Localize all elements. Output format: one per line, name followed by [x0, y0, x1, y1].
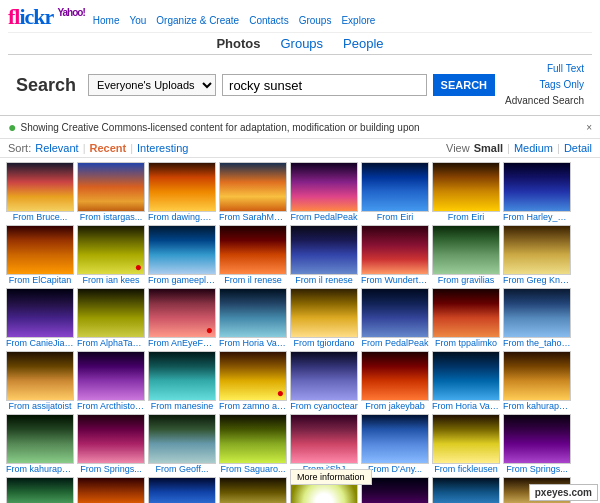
- photo-item[interactable]: From Geoff...: [148, 414, 216, 474]
- photo-caption: From ElCapitan: [9, 275, 72, 285]
- view-detail[interactable]: Detail: [564, 142, 592, 154]
- photo-item[interactable]: From Horia Varlan: [219, 288, 287, 348]
- photo-caption: From il renese: [295, 275, 353, 285]
- photo-item[interactable]: More informationFrom mikajtika: [290, 477, 358, 503]
- photo-item[interactable]: From dawing.co...: [148, 162, 216, 222]
- photo-caption: From AlphaTangoBr...: [77, 338, 145, 348]
- tags-only-link[interactable]: Tags Only: [505, 77, 584, 93]
- photo-thumb: [503, 225, 571, 275]
- photo-item[interactable]: From Bruce...: [6, 162, 74, 222]
- yahoo-label: Yahoo!: [57, 7, 84, 18]
- photo-item[interactable]: From istargas...: [77, 162, 145, 222]
- photo-item[interactable]: ●From AnEyeForTasa...: [148, 288, 216, 348]
- photo-item[interactable]: From tppalimko: [432, 288, 500, 348]
- photo-thumb: [77, 351, 145, 401]
- photo-item[interactable]: From D'Any...: [361, 414, 429, 474]
- photo-item[interactable]: From gravilias: [432, 225, 500, 285]
- photo-item[interactable]: ●From ian kees: [77, 225, 145, 285]
- photo-item[interactable]: From Saguaro...: [219, 414, 287, 474]
- nav-home[interactable]: Home: [93, 15, 120, 26]
- search-scope-dropdown[interactable]: Everyone's Uploads: [88, 74, 216, 96]
- photo-thumb: [148, 477, 216, 503]
- photo-grid: From Bruce...From istargas...From dawing…: [0, 158, 600, 503]
- photo-item[interactable]: From Greg Knapp: [503, 225, 571, 285]
- photo-thumb: [148, 351, 216, 401]
- view-medium[interactable]: Medium: [514, 142, 553, 154]
- photo-item[interactable]: From SarahMcD_jp...: [219, 162, 287, 222]
- photo-item[interactable]: From PedalPeak: [290, 162, 358, 222]
- photo-caption: From Eiri: [377, 212, 414, 222]
- photo-item[interactable]: From cyanoctear: [290, 351, 358, 411]
- full-text-link[interactable]: Full Text: [505, 61, 584, 77]
- photo-caption: From PedalPeak: [290, 212, 357, 222]
- view-sep2: |: [557, 142, 560, 154]
- photo-thumb: [77, 414, 145, 464]
- photo-item[interactable]: From the_tahoe_go...: [503, 288, 571, 348]
- photo-caption: From PedalPeak: [361, 338, 428, 348]
- photo-item[interactable]: From Harley_Qinn: [503, 162, 571, 222]
- nav-you[interactable]: You: [129, 15, 146, 26]
- photo-caption: From Arcthistopher: [77, 401, 145, 411]
- tab-photos[interactable]: Photos: [216, 36, 260, 51]
- photo-caption: From fickleusen: [434, 464, 498, 474]
- nav-explore[interactable]: Explore: [341, 15, 375, 26]
- photo-item[interactable]: From Springs...: [503, 414, 571, 474]
- photo-item[interactable]: From ElCapitan: [6, 225, 74, 285]
- view-small[interactable]: Small: [474, 142, 503, 154]
- photo-item[interactable]: From il renese: [290, 225, 358, 285]
- photo-item[interactable]: From dialep: [6, 477, 74, 503]
- photo-item[interactable]: From jakeybab: [361, 351, 429, 411]
- sort-recent[interactable]: Recent: [90, 142, 127, 154]
- photo-caption: From gameepl2003: [148, 275, 216, 285]
- photo-item[interactable]: From Eiri: [432, 162, 500, 222]
- photo-caption: From zamno and...: [219, 401, 287, 411]
- photo-thumb: [503, 288, 571, 338]
- photo-item[interactable]: From AlphaTangoBr...: [77, 288, 145, 348]
- search-input[interactable]: [222, 74, 427, 96]
- photo-thumb: ●: [77, 225, 145, 275]
- photo-caption: From AnEyeForTasa...: [148, 338, 216, 348]
- cc-dot: ●: [8, 119, 16, 135]
- photo-item[interactable]: From PedalPeak: [361, 288, 429, 348]
- photo-caption: From CanieJiames: [6, 338, 74, 348]
- photo-thumb: [290, 351, 358, 401]
- photo-item[interactable]: From Arcthistopher: [77, 351, 145, 411]
- sort-interesting[interactable]: Interesting: [137, 142, 188, 154]
- photo-item[interactable]: From gameepl2003: [148, 225, 216, 285]
- photo-thumb: [290, 162, 358, 212]
- photo-caption: From Saguaro...: [220, 464, 285, 474]
- photo-thumb: [219, 477, 287, 503]
- photo-item[interactable]: From tgiordano: [290, 288, 358, 348]
- header: flickr Yahoo! Home You Organize & Create…: [0, 0, 600, 116]
- sort-relevant[interactable]: Relevant: [35, 142, 78, 154]
- tab-people[interactable]: People: [343, 36, 383, 51]
- cc-close[interactable]: ×: [586, 122, 592, 133]
- photo-thumb: [290, 288, 358, 338]
- tab-groups[interactable]: Groups: [280, 36, 323, 51]
- nav-organize[interactable]: Organize & Create: [156, 15, 239, 26]
- view-options: View Small | Medium | Detail: [446, 142, 592, 154]
- nav-groups[interactable]: Groups: [299, 15, 332, 26]
- photo-item[interactable]: From Horia Varlan: [432, 351, 500, 411]
- photo-item[interactable]: From EMOB: [219, 477, 287, 503]
- photo-item[interactable]: From fickleusen: [432, 414, 500, 474]
- photo-item[interactable]: From CanieJiames: [6, 288, 74, 348]
- advanced-search-link[interactable]: Advanced Search: [505, 93, 584, 109]
- photo-item[interactable]: From j'ShJ: [290, 414, 358, 474]
- photo-item[interactable]: From il renese: [219, 225, 287, 285]
- photo-item[interactable]: From manesine: [148, 351, 216, 411]
- photo-item[interactable]: From casey mac: [148, 477, 216, 503]
- photo-item[interactable]: From Moody71: [77, 477, 145, 503]
- photo-item[interactable]: From kahurapulej: [6, 414, 74, 474]
- search-button[interactable]: SEARCH: [433, 74, 495, 96]
- photo-item[interactable]: From Wundertaire: [361, 225, 429, 285]
- photo-caption: From ian kees: [82, 275, 139, 285]
- nav-contacts[interactable]: Contacts: [249, 15, 288, 26]
- photo-thumb: ●: [219, 351, 287, 401]
- photo-item[interactable]: From assijatoist: [6, 351, 74, 411]
- photo-item[interactable]: From SugMan60: [432, 477, 500, 503]
- photo-item[interactable]: From Springs...: [77, 414, 145, 474]
- photo-item[interactable]: From kahurapulej: [503, 351, 571, 411]
- photo-item[interactable]: From Eiri: [361, 162, 429, 222]
- photo-item[interactable]: ●From zamno and...: [219, 351, 287, 411]
